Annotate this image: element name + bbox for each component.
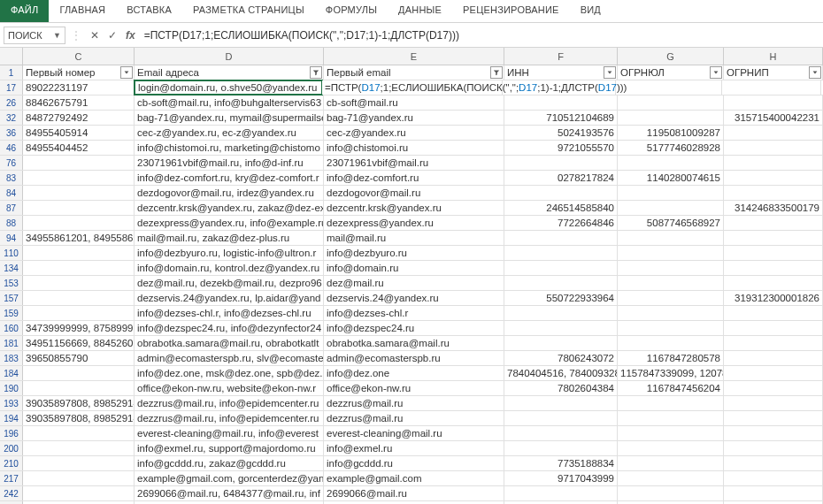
row-header[interactable]: 181 [0, 336, 23, 350]
cell[interactable]: info@dez.one, msk@dez.one, spb@dez. [135, 366, 324, 380]
cell[interactable] [724, 141, 823, 155]
cell[interactable] [23, 156, 135, 170]
cell[interactable] [504, 411, 618, 425]
row-header[interactable]: 153 [0, 276, 23, 290]
cell[interactable]: 34955861201, 84955861223, [23, 231, 135, 245]
cell[interactable] [724, 471, 823, 485]
cell[interactable]: dezdogovor@mail.ru, irdez@yandex.ru [135, 186, 324, 200]
cell[interactable] [504, 426, 618, 440]
col-header-D[interactable]: D [135, 48, 324, 65]
cell[interactable]: dezservis.24@yandex.ru [324, 291, 504, 305]
cell[interactable]: info@domain.ru [324, 261, 504, 275]
cell[interactable]: everest-cleaning@mail.ru, info@everest [135, 426, 324, 440]
row-header[interactable]: 1 [0, 65, 23, 80]
cell[interactable] [618, 291, 724, 305]
row-header[interactable]: 242 [0, 486, 23, 500]
cell[interactable]: dez@mail.ru [324, 276, 504, 290]
cell[interactable] [724, 396, 823, 410]
cell[interactable] [724, 216, 823, 230]
cell[interactable]: info@exmel.ru, support@majordomo.ru [135, 441, 324, 455]
grid-body[interactable]: 1Первый номерEmail адресаПервый emailИНН… [0, 65, 823, 504]
row-header[interactable]: 32 [0, 111, 23, 125]
cell[interactable]: 2699066@mail.ru, 6484377@mail.ru, inf [135, 486, 324, 500]
filter-icon[interactable] [710, 66, 722, 79]
cell[interactable] [618, 321, 724, 335]
cell[interactable]: obrabotka.samara@mail.ru, obrabotkatlt [135, 336, 324, 350]
cell[interactable]: dezzrus@mail.ru [324, 396, 504, 410]
cell[interactable]: info@dezses-chl.r [324, 306, 504, 320]
cell[interactable]: info@gcddd.ru, zakaz@gcddd.ru [135, 456, 324, 470]
cell[interactable]: 7840404516, 7840093282 [504, 366, 618, 380]
cell[interactable] [504, 441, 618, 455]
filter-icon[interactable] [490, 66, 503, 79]
row-header[interactable]: 76 [0, 156, 23, 170]
cell[interactable] [23, 216, 135, 230]
row-header[interactable]: 110 [0, 246, 23, 260]
row-header[interactable]: 193 [0, 396, 23, 410]
cell[interactable]: cec-z@yandex.ru, ec-z@yandex.ru [135, 126, 324, 140]
row-header[interactable]: 196 [0, 426, 23, 440]
cell[interactable]: dezcentr.krsk@yandex.ru [324, 201, 504, 215]
cell[interactable] [23, 201, 135, 215]
cell[interactable]: office@ekon-nw.ru, website@ekon-nw.r [135, 381, 324, 395]
row-header[interactable]: 190 [0, 381, 23, 395]
cell[interactable] [23, 261, 135, 275]
cancel-formula-button[interactable]: ✕ [87, 29, 103, 42]
col-header-G[interactable]: G [618, 48, 724, 65]
cell[interactable]: bag-71@yandex.ru [324, 111, 504, 125]
cell[interactable]: =ПСТР(D17;1;ЕСЛИОШИБКА(ПОИСК(",";D17;1)-… [322, 80, 503, 95]
row-header[interactable]: 26 [0, 95, 23, 110]
cell[interactable]: obrabotka.samara@mail.ru [324, 336, 504, 350]
cell[interactable]: 9717043999 [504, 471, 618, 485]
col-header-F[interactable]: F [504, 48, 618, 65]
filter-header-G[interactable]: ОГРНЮЛ [618, 65, 724, 80]
cell[interactable]: 1157847339099, 1207800107305 [618, 366, 724, 380]
cell[interactable] [504, 396, 618, 410]
cell[interactable]: cec-z@yandex.ru [324, 126, 504, 140]
cell[interactable] [23, 306, 135, 320]
cell[interactable]: 7806243072 [504, 351, 618, 365]
row-header[interactable]: 134 [0, 261, 23, 275]
col-header-H[interactable]: H [724, 48, 823, 65]
cell[interactable]: info@chistomoi.ru, marketing@chistomo [135, 141, 324, 155]
cell[interactable]: 5087746568927 [618, 216, 724, 230]
cell[interactable] [724, 366, 823, 380]
cell[interactable]: dez@mail.ru, dezekb@mail.ru, dezpro96 [135, 276, 324, 290]
cell[interactable]: 2699066@mail.ru [324, 486, 504, 500]
cell[interactable]: 84955405914 [23, 126, 135, 140]
row-header[interactable]: 217 [0, 471, 23, 485]
cell[interactable] [504, 336, 618, 350]
cell[interactable] [724, 246, 823, 260]
cell[interactable] [722, 80, 821, 95]
row-header[interactable]: 194 [0, 411, 23, 425]
cell[interactable] [724, 486, 823, 500]
cell[interactable] [724, 336, 823, 350]
cell[interactable]: dezzrus@mail.ru, info@epidemcenter.ru [135, 411, 324, 425]
filter-header-D[interactable]: Email адреса [135, 65, 324, 80]
cell[interactable] [724, 231, 823, 245]
ribbon-tab-home[interactable]: ГЛАВНАЯ [49, 0, 116, 22]
cell[interactable]: info@dez-comfort.ru, kry@dez-comfort.r [135, 171, 324, 185]
cell[interactable]: 89022231197 [23, 80, 135, 95]
cell[interactable] [724, 186, 823, 200]
cell[interactable]: dezexpress@yandex.ru, info@example.ru [135, 216, 324, 230]
cell[interactable] [724, 156, 823, 170]
ribbon-tab-file[interactable]: ФАЙЛ [0, 0, 49, 22]
cell[interactable] [618, 186, 724, 200]
cell[interactable] [724, 456, 823, 470]
cell[interactable] [504, 156, 618, 170]
cell[interactable]: 84872792492 [23, 111, 135, 125]
cell[interactable]: office@ekon-nw.ru [324, 381, 504, 395]
row-header[interactable]: 159 [0, 306, 23, 320]
cell[interactable] [618, 156, 724, 170]
cell[interactable]: 5024193576 [504, 126, 618, 140]
filter-header-H[interactable]: ОГРНИП [724, 65, 823, 80]
cell[interactable]: dezzrus@mail.ru [324, 411, 504, 425]
row-header[interactable]: 210 [0, 456, 23, 470]
cell[interactable]: info@dezspec24.ru [324, 321, 504, 335]
ribbon-tab-data[interactable]: ДАННЫЕ [388, 0, 452, 22]
cell[interactable] [504, 261, 618, 275]
filter-icon[interactable] [604, 66, 616, 79]
cell[interactable] [618, 231, 724, 245]
row-header[interactable]: 83 [0, 171, 23, 185]
